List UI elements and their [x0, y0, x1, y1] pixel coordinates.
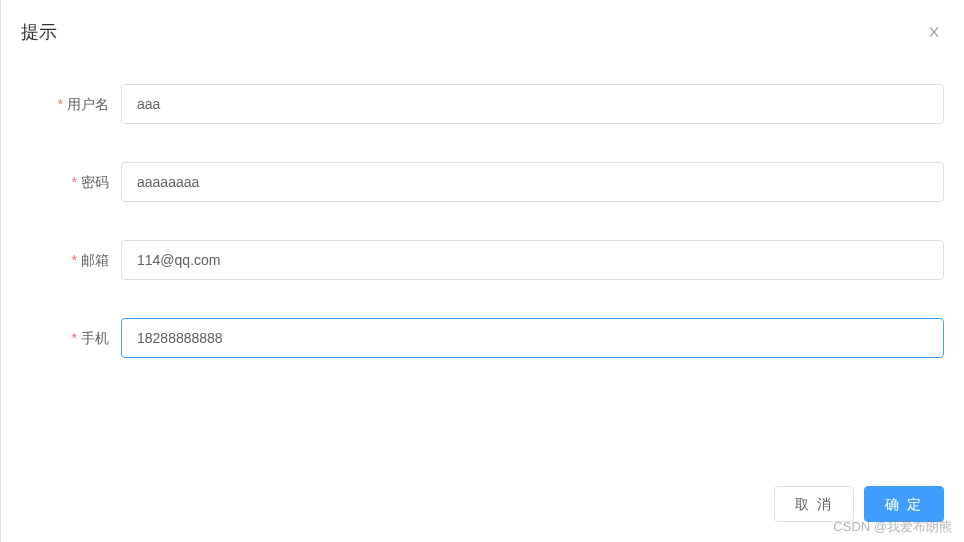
- password-input-wrap: [121, 162, 944, 202]
- dialog-header: 提示: [1, 0, 964, 54]
- username-input[interactable]: [121, 84, 944, 124]
- username-label: *用户名: [21, 84, 121, 124]
- phone-input[interactable]: [121, 318, 944, 358]
- password-input[interactable]: [121, 162, 944, 202]
- email-input-wrap: [121, 240, 944, 280]
- dialog: 提示 *用户名 *密码 *邮箱: [0, 0, 964, 542]
- password-label: *密码: [21, 162, 121, 202]
- confirm-button[interactable]: 确 定: [864, 486, 944, 522]
- phone-input-wrap: [121, 318, 944, 358]
- form-item-email: *邮箱: [21, 240, 944, 280]
- phone-label: *手机: [21, 318, 121, 358]
- required-mark: *: [72, 330, 77, 346]
- username-input-wrap: [121, 84, 944, 124]
- form-item-username: *用户名: [21, 84, 944, 124]
- close-icon: [927, 25, 941, 39]
- dialog-body: *用户名 *密码 *邮箱 *手机: [1, 54, 964, 416]
- email-label: *邮箱: [21, 240, 121, 280]
- email-label-text: 邮箱: [81, 252, 109, 268]
- required-mark: *: [58, 96, 63, 112]
- close-button[interactable]: [924, 22, 944, 42]
- email-input[interactable]: [121, 240, 944, 280]
- required-mark: *: [72, 252, 77, 268]
- required-mark: *: [72, 174, 77, 190]
- dialog-title: 提示: [21, 20, 57, 44]
- username-label-text: 用户名: [67, 96, 109, 112]
- phone-label-text: 手机: [81, 330, 109, 346]
- dialog-footer: 取 消 确 定: [774, 486, 944, 522]
- cancel-button[interactable]: 取 消: [774, 486, 854, 522]
- form-item-phone: *手机: [21, 318, 944, 358]
- form-item-password: *密码: [21, 162, 944, 202]
- password-label-text: 密码: [81, 174, 109, 190]
